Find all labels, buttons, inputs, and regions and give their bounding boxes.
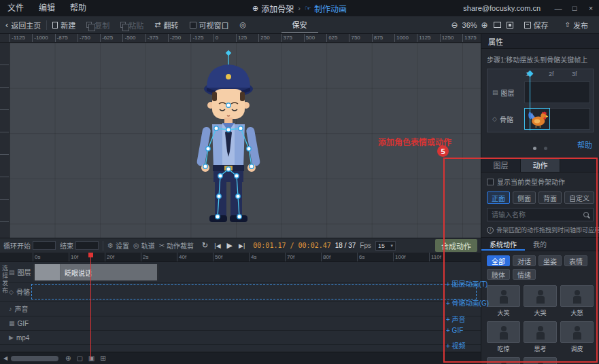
track-row-mp4[interactable]: ▶ mp4: [0, 331, 481, 345]
action-item[interactable]: 调皮: [560, 321, 594, 353]
character-police-officer[interactable]: [174, 48, 283, 232]
video-icon: ▶: [9, 334, 14, 341]
pagination-dot[interactable]: [533, 147, 536, 150]
add-track-link[interactable]: + GIF: [446, 327, 463, 334]
fit-view-icon[interactable]: [494, 22, 501, 28]
tab-my-actions[interactable]: 我的: [525, 238, 555, 251]
timeline-zoom-icon[interactable]: ⊕: [65, 354, 71, 362]
orientation-button[interactable]: 背面: [538, 192, 562, 204]
timeline-ruler-label: 110f: [429, 253, 465, 261]
track-button[interactable]: ◎ 轨道: [133, 240, 155, 251]
selected-track-outline: [31, 284, 477, 299]
tab-actions[interactable]: 动作: [521, 158, 560, 172]
playhead[interactable]: [90, 253, 91, 360]
viewport-toggle[interactable]: 可视窗口: [184, 20, 235, 31]
action-item[interactable]: 大笑: [487, 285, 520, 317]
viewport-checkbox[interactable]: [190, 22, 196, 29]
menu-item[interactable]: 编辑: [31, 0, 63, 16]
orientation-button[interactable]: 自定义: [564, 192, 594, 204]
orientation-button[interactable]: 侧面: [513, 192, 536, 204]
action-item[interactable]: 大怒: [560, 285, 594, 317]
category-chip[interactable]: 坐姿: [538, 255, 562, 266]
timeline-ruler-label: 0s: [33, 253, 69, 261]
search-input[interactable]: [492, 211, 583, 219]
loop-end-input[interactable]: [75, 241, 99, 250]
step-back-icon[interactable]: |◀: [214, 242, 220, 249]
loop-start-input[interactable]: [33, 241, 56, 250]
category-chip[interactable]: 对话: [513, 255, 536, 266]
menu-item[interactable]: 文件: [0, 0, 31, 16]
document-title[interactable]: 保安: [281, 19, 318, 33]
search-icon[interactable]: [583, 212, 589, 217]
menu-item[interactable]: 帮助: [63, 0, 94, 16]
close-button[interactable]: ×: [583, 0, 599, 16]
clip-head[interactable]: [35, 264, 61, 280]
track-row-layer[interactable]: ▤ 图层 眨眼说话: [0, 262, 481, 283]
ruler-label: -625: [100, 34, 122, 42]
ruler-label: 625: [326, 34, 349, 42]
sound-icon: ♪: [9, 306, 12, 312]
flip-button[interactable]: ⇄ 翻转: [149, 20, 184, 31]
copy-button[interactable]: 复制: [81, 20, 115, 31]
breadcrumb-step-make-animation[interactable]: ☞ 制作动画: [305, 3, 347, 14]
settings-button[interactable]: ⚙ 设置: [107, 240, 129, 251]
playhead-line-keyframe[interactable]: [530, 75, 530, 130]
new-button[interactable]: 新建: [47, 20, 81, 31]
animation-clip[interactable]: 眨眼说话: [33, 264, 159, 280]
timeline-scrollbar[interactable]: [11, 356, 58, 361]
eye-target-button[interactable]: ◎: [235, 20, 252, 29]
add-track-link[interactable]: + 骨骼动画(G): [446, 297, 489, 308]
minimize-button[interactable]: —: [550, 0, 566, 16]
fps-select[interactable]: 15 ▾: [375, 241, 396, 251]
help-link[interactable]: 帮助: [577, 139, 592, 150]
zoom-out-icon[interactable]: ⊖: [451, 20, 458, 30]
keyframe-panel[interactable]: 1f2f3f ▤ 图层 ◇ 骨骼: [487, 69, 594, 132]
category-chip[interactable]: 表情: [564, 255, 587, 266]
category-chip[interactable]: 肢体: [487, 269, 510, 280]
scroll-left-icon[interactable]: ◀: [0, 355, 11, 361]
layers-icon: ▤: [9, 269, 15, 276]
category-chip[interactable]: 全部: [487, 255, 510, 266]
add-track-link[interactable]: + 声音: [446, 314, 466, 324]
search-box[interactable]: [487, 208, 594, 221]
zoom-in-icon[interactable]: ⊕: [481, 20, 488, 30]
action-item[interactable]: 思考: [524, 321, 557, 353]
category-chip[interactable]: 情绪: [513, 269, 536, 280]
step-forward-icon[interactable]: ▶|: [239, 242, 245, 249]
loop-playback-icon[interactable]: ↻: [202, 241, 208, 250]
add-track-link[interactable]: + 图层动画(T): [446, 278, 487, 289]
show-filter-row[interactable]: 显示当前类型骨架动作: [481, 172, 599, 189]
pagination-dot[interactable]: [544, 147, 547, 150]
timeline-ruler[interactable]: 0s10f20f2s40f50f4s70f80f6s100f110f: [0, 253, 481, 262]
trim-button[interactable]: ✂ 动作裁剪: [159, 240, 194, 251]
publish-button[interactable]: ⇧ 发布: [560, 20, 594, 31]
timeline-expand-icon[interactable]: ⊞: [100, 354, 105, 362]
add-track-link[interactable]: + 视频: [446, 340, 466, 350]
maximize-button[interactable]: □: [566, 0, 583, 16]
tab-layers[interactable]: 图层: [481, 158, 521, 172]
action-item[interactable]: 举右手: [524, 357, 557, 364]
timeline-ruler-label: 100f: [393, 253, 429, 261]
orientation-button[interactable]: 正面: [487, 192, 510, 204]
timeline-fit-icon[interactable]: ▢: [76, 354, 82, 362]
breadcrumb-step-add-skeleton[interactable]: ⊕ 添加骨架: [252, 3, 294, 14]
action-item[interactable]: 吃惊: [487, 321, 520, 353]
tab-system-actions[interactable]: 系统动作: [481, 238, 525, 251]
back-home-button[interactable]: ‹ 返回主页: [0, 20, 46, 31]
paste-button[interactable]: 粘贴: [115, 20, 149, 31]
bone-keyframe-thumbnail[interactable]: [524, 108, 550, 130]
compose-action-button[interactable]: 合成动作: [435, 239, 477, 252]
layer-keyframe-track[interactable]: [524, 81, 590, 103]
show-filter-checkbox[interactable]: [487, 179, 494, 185]
timeline-grid-icon[interactable]: ▣: [88, 354, 95, 362]
track-row-gif[interactable]: ▦ GIF: [0, 316, 481, 331]
action-item[interactable]: 大哭: [524, 285, 557, 317]
track-row-bone[interactable]: ◇ 骨骼: [0, 283, 481, 302]
track-row-sound[interactable]: ♪ 声音: [0, 302, 481, 316]
play-icon[interactable]: ▶: [227, 241, 233, 250]
save-button[interactable]: 保存: [519, 20, 554, 31]
action-item[interactable]: 左手扶下巴: [487, 357, 520, 364]
fps-label: Fps: [360, 242, 371, 249]
clip-label[interactable]: 眨眼说话: [61, 264, 157, 280]
fullscreen-icon[interactable]: [507, 22, 513, 29]
